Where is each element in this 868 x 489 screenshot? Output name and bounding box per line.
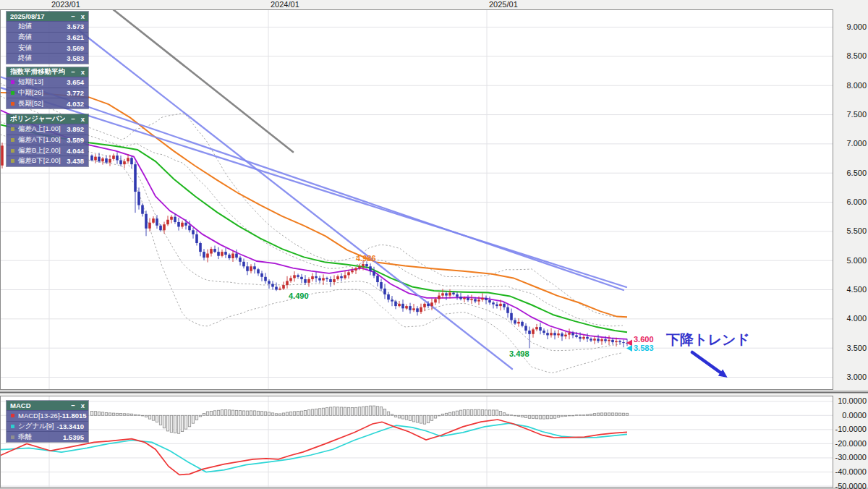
row-value: 3.772 bbox=[67, 89, 84, 97]
row-value: 3.892 bbox=[67, 125, 84, 133]
indicator-row: 始値3.573 bbox=[7, 21, 88, 32]
series-color-dot bbox=[11, 414, 14, 417]
swing-high-label: 4.986 bbox=[356, 254, 376, 263]
row-label: 長期[52] bbox=[18, 99, 67, 109]
swing-low-label-1: 4.490 bbox=[289, 292, 309, 300]
macd-tick-label: 0.0000 bbox=[833, 411, 867, 420]
series-color-dot bbox=[11, 127, 14, 131]
price-tick-label: 9.000 bbox=[833, 22, 867, 31]
panel-title: 指数平滑移動平均 bbox=[10, 67, 65, 77]
bollinger-indicator-panel: ボリンジャーバンド − x 偏差A上[1.00]3.892偏差A下[1.00]3… bbox=[6, 114, 89, 167]
indicator-row: 安値3.569 bbox=[7, 42, 88, 53]
price-tick-label: 6.000 bbox=[833, 197, 867, 206]
panel-rows: 短期[13]3.654中期[26]3.772長期[52]4.032 bbox=[7, 77, 88, 109]
row-label: 高値 bbox=[18, 33, 67, 42]
price-tag-previous: 3.600 bbox=[634, 335, 654, 344]
minimize-icon[interactable]: − bbox=[71, 12, 75, 21]
minimize-icon[interactable]: − bbox=[71, 114, 75, 124]
row-label: 短期[13] bbox=[18, 77, 67, 87]
row-value: 3.621 bbox=[67, 33, 84, 41]
panel-title: 2025/08/17 bbox=[10, 12, 65, 20]
series-color-dot bbox=[11, 138, 14, 142]
series-color-dot bbox=[11, 149, 14, 153]
price-tick-label: 4.000 bbox=[833, 314, 867, 323]
series-color-dot bbox=[11, 425, 14, 428]
indicator-row: MACD[13-26]-11.8015 bbox=[7, 410, 88, 421]
indicator-row: 中期[26]3.772 bbox=[7, 88, 88, 98]
close-icon[interactable]: x bbox=[81, 67, 85, 77]
swing-low-label-2: 3.498 bbox=[509, 349, 529, 358]
price-tag-last: 3.583 bbox=[634, 344, 654, 352]
row-value: 3.583 bbox=[67, 54, 84, 62]
row-value: -13.3410 bbox=[56, 422, 84, 430]
row-label: シグナル[9] bbox=[18, 422, 56, 431]
panel-header[interactable]: 2025/08/17 − x bbox=[7, 12, 88, 21]
macd-tick-label: -20.0000 bbox=[833, 439, 867, 448]
macd-indicator-panel: MACD − x MACD[13-26]-11.8015シグナル[9]-13.3… bbox=[6, 400, 89, 443]
series-color-dot bbox=[11, 435, 14, 439]
row-label: 偏差A下[1.00] bbox=[18, 135, 67, 145]
price-tick-label: 3.500 bbox=[833, 344, 867, 352]
row-label: 乖離 bbox=[18, 433, 63, 442]
ohlc-info-panel: 2025/08/17 − x 始値3.573高値3.621安値3.569終値3.… bbox=[6, 11, 89, 64]
chart-canvas bbox=[0, 0, 868, 489]
price-tick-label: 8.000 bbox=[833, 81, 867, 90]
minimize-icon[interactable]: − bbox=[71, 401, 75, 410]
macd-tick-label: -10.0000 bbox=[833, 425, 867, 433]
indicator-row: シグナル[9]-13.3410 bbox=[7, 421, 88, 432]
series-color-dot bbox=[11, 91, 14, 95]
indicator-row: 偏差B上[2.00]4.044 bbox=[7, 145, 88, 156]
close-icon[interactable]: x bbox=[81, 401, 85, 410]
minimize-icon[interactable]: − bbox=[71, 67, 75, 77]
indicator-row: 高値3.621 bbox=[7, 32, 88, 43]
row-label: 偏差B上[2.00] bbox=[18, 146, 67, 156]
panel-header[interactable]: 指数平滑移動平均 − x bbox=[7, 67, 88, 77]
row-value: 3.654 bbox=[67, 78, 84, 86]
panel-rows: 始値3.573高値3.621安値3.569終値3.583 bbox=[7, 21, 88, 64]
series-color-dot bbox=[11, 102, 14, 106]
charting-app: 2023/012024/012025/01 9.0008.5008.0007.5… bbox=[0, 0, 868, 489]
price-tick-label: 6.500 bbox=[833, 169, 867, 177]
row-value: 3.589 bbox=[67, 136, 84, 144]
price-tick-label: 7.500 bbox=[833, 110, 867, 119]
indicator-row: 乖離1.5395 bbox=[7, 431, 88, 442]
price-tick-label: 5.500 bbox=[833, 226, 867, 235]
panel-header[interactable]: ボリンジャーバンド − x bbox=[7, 114, 88, 124]
panel-title: ボリンジャーバンド bbox=[10, 114, 65, 124]
price-tick-label: 8.500 bbox=[833, 51, 867, 60]
indicator-row: 偏差B下[2.00]3.438 bbox=[7, 156, 88, 166]
close-icon[interactable]: x bbox=[81, 12, 85, 21]
macd-tick-label: -40.0000 bbox=[833, 467, 867, 476]
series-color-dot bbox=[11, 159, 14, 163]
panel-header[interactable]: MACD − x bbox=[7, 401, 88, 410]
date-tick-label: 2023/01 bbox=[51, 0, 80, 9]
row-label: 終値 bbox=[18, 54, 67, 63]
row-value: -11.8015 bbox=[60, 412, 87, 420]
row-label: 安値 bbox=[18, 43, 67, 53]
macd-tick-label: -30.0000 bbox=[833, 453, 867, 462]
panel-rows: MACD[13-26]-11.8015シグナル[9]-13.3410乖離1.53… bbox=[7, 410, 88, 442]
indicator-row: 短期[13]3.654 bbox=[7, 77, 88, 88]
indicator-row: 終値3.583 bbox=[7, 53, 88, 64]
panel-title: MACD bbox=[10, 401, 65, 409]
row-value: 3.569 bbox=[67, 44, 84, 52]
price-tick-label: 7.000 bbox=[833, 139, 867, 148]
row-value: 1.5395 bbox=[63, 433, 84, 441]
series-color-dot bbox=[11, 80, 14, 84]
price-tick-label: 4.500 bbox=[833, 285, 867, 294]
row-label: 偏差A上[1.00] bbox=[18, 124, 67, 134]
row-label: MACD[13-26] bbox=[18, 412, 60, 420]
close-icon[interactable]: x bbox=[81, 114, 85, 124]
row-value: 3.573 bbox=[67, 22, 84, 30]
row-label: 中期[26] bbox=[18, 88, 67, 98]
price-tick-label: 3.000 bbox=[833, 373, 867, 381]
downtrend-text-label[interactable]: 下降トレンド bbox=[666, 331, 750, 349]
macd-tick-label: 10.0000 bbox=[833, 396, 867, 405]
macd-tick-label: -50.0000 bbox=[833, 482, 867, 489]
indicator-row: 長期[52]4.032 bbox=[7, 98, 88, 109]
ema-indicator-panel: 指数平滑移動平均 − x 短期[13]3.654中期[26]3.772長期[52… bbox=[6, 67, 89, 109]
row-value: 3.438 bbox=[67, 157, 84, 165]
indicator-row: 偏差A下[1.00]3.589 bbox=[7, 135, 88, 145]
panel-rows: 偏差A上[1.00]3.892偏差A下[1.00]3.589偏差B上[2.00]… bbox=[7, 124, 88, 166]
row-value: 4.032 bbox=[67, 100, 84, 108]
